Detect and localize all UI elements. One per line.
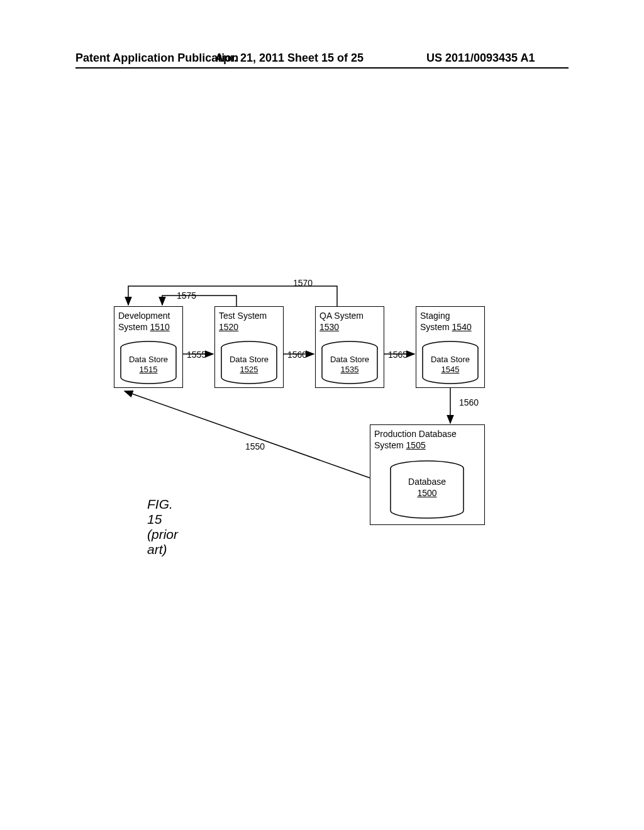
header-mid: Apr. 21, 2011 Sheet 15 of 25 xyxy=(215,52,364,65)
dev-system-box: Development System 1510 Data Store 1515 xyxy=(114,306,183,388)
header-left: Patent Application Publication xyxy=(75,52,238,65)
qa-data-store-label: Data Store 1535 xyxy=(321,355,379,375)
label-1560b: 1560 xyxy=(459,397,479,407)
qa-data-store-cylinder: Data Store 1535 xyxy=(321,341,379,381)
prod-system-box: Production Database System 1505 Database… xyxy=(370,424,485,525)
staging-data-store-cylinder: Data Store 1545 xyxy=(421,341,479,381)
staging-system-label: Staging System 1540 xyxy=(420,311,480,333)
staging-data-store-label: Data Store 1545 xyxy=(421,355,479,375)
test-system-label: Test System 1520 xyxy=(219,311,279,333)
label-1565: 1565 xyxy=(388,350,408,360)
label-1550: 1550 xyxy=(245,441,265,451)
qa-system-box: QA System 1530 Data Store 1535 xyxy=(315,306,384,388)
header-rule xyxy=(75,67,569,69)
label-1575: 1575 xyxy=(177,290,196,301)
qa-system-label: QA System 1530 xyxy=(319,311,380,333)
dev-data-store-label: Data Store 1515 xyxy=(119,355,177,375)
prod-database-cylinder: Database 1500 xyxy=(389,460,465,509)
label-1560: 1560 xyxy=(287,350,307,360)
svg-line-9 xyxy=(125,391,370,478)
test-data-store-label: Data Store 1525 xyxy=(220,355,278,375)
prod-database-label: Database 1500 xyxy=(389,477,465,499)
label-1570: 1570 xyxy=(293,278,313,288)
arrows-layer xyxy=(0,0,644,566)
label-1555: 1555 xyxy=(187,350,206,360)
dev-system-label: Development System 1510 xyxy=(118,311,179,333)
prod-system-label: Production Database System 1505 xyxy=(374,429,480,451)
staging-system-box: Staging System 1540 Data Store 1545 xyxy=(416,306,485,388)
figure-caption: FIG. 15 (prior art) xyxy=(147,497,178,557)
test-data-store-cylinder: Data Store 1525 xyxy=(220,341,278,381)
test-system-box: Test System 1520 Data Store 1525 xyxy=(214,306,284,388)
dev-data-store-cylinder: Data Store 1515 xyxy=(119,341,177,381)
header-right: US 2011/0093435 A1 xyxy=(426,52,535,65)
